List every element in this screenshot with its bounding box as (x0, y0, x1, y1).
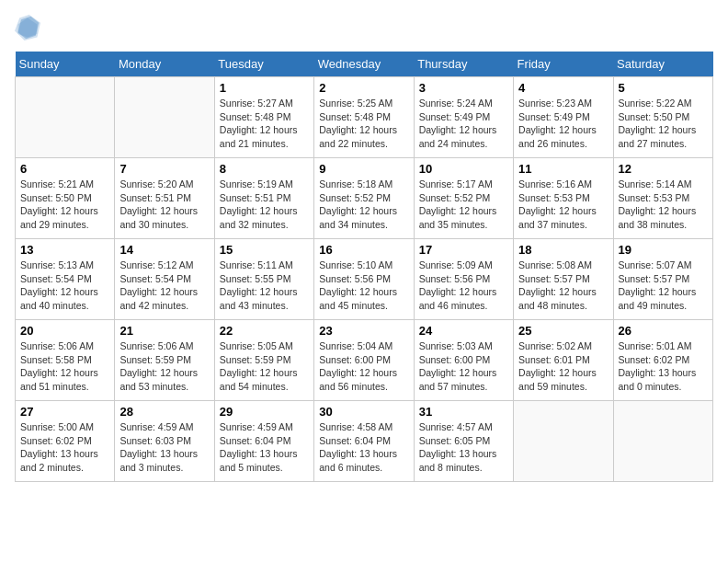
day-info: Sunrise: 5:20 AMSunset: 5:51 PMDaylight:… (119, 178, 209, 232)
day-number: 22 (220, 324, 309, 338)
day-number: 19 (619, 243, 708, 257)
day-number: 30 (319, 405, 408, 419)
day-info: Sunrise: 5:21 AMSunset: 5:50 PMDaylight:… (20, 178, 109, 232)
svg-marker-2 (15, 15, 40, 40)
calendar-cell: 22Sunrise: 5:05 AMSunset: 5:59 PMDayligh… (214, 320, 313, 401)
day-number: 21 (119, 324, 209, 338)
day-number: 7 (119, 162, 209, 176)
day-info: Sunrise: 5:05 AMSunset: 5:59 PMDaylight:… (220, 339, 309, 394)
calendar-cell: 11Sunrise: 5:16 AMSunset: 5:53 PMDayligh… (514, 158, 613, 239)
day-number: 2 (319, 81, 408, 95)
weekday-header-tuesday: Tuesday (214, 52, 313, 77)
day-info: Sunrise: 5:00 AMSunset: 6:02 PMDaylight:… (20, 420, 109, 475)
calendar-cell: 6Sunrise: 5:21 AMSunset: 5:50 PMDaylight… (16, 158, 115, 239)
day-info: Sunrise: 5:13 AMSunset: 5:54 PMDaylight:… (20, 259, 109, 313)
calendar-cell: 9Sunrise: 5:18 AMSunset: 5:52 PMDaylight… (314, 158, 414, 239)
day-info: Sunrise: 5:07 AMSunset: 5:57 PMDaylight:… (619, 259, 708, 313)
calendar-cell: 23Sunrise: 5:04 AMSunset: 6:00 PMDayligh… (314, 320, 414, 401)
calendar-cell: 5Sunrise: 5:22 AMSunset: 5:50 PMDaylight… (613, 77, 712, 158)
day-info: Sunrise: 5:06 AMSunset: 5:58 PMDaylight:… (20, 339, 109, 394)
day-info: Sunrise: 5:22 AMSunset: 5:50 PMDaylight:… (619, 97, 708, 151)
calendar-week-2: 6Sunrise: 5:21 AMSunset: 5:50 PMDaylight… (16, 158, 713, 239)
calendar-cell: 16Sunrise: 5:10 AMSunset: 5:56 PMDayligh… (314, 239, 414, 320)
day-number: 16 (319, 243, 408, 257)
calendar-cell: 26Sunrise: 5:01 AMSunset: 6:02 PMDayligh… (613, 320, 712, 401)
calendar-cell: 18Sunrise: 5:08 AMSunset: 5:57 PMDayligh… (514, 239, 613, 320)
calendar-cell: 19Sunrise: 5:07 AMSunset: 5:57 PMDayligh… (613, 239, 712, 320)
day-info: Sunrise: 5:02 AMSunset: 6:01 PMDaylight:… (518, 339, 608, 394)
day-info: Sunrise: 5:06 AMSunset: 5:59 PMDaylight:… (119, 339, 209, 394)
day-number: 9 (319, 162, 408, 176)
calendar-cell: 20Sunrise: 5:06 AMSunset: 5:58 PMDayligh… (16, 320, 115, 401)
day-number: 6 (20, 162, 109, 176)
weekday-header-sunday: Sunday (16, 52, 115, 77)
day-info: Sunrise: 5:04 AMSunset: 6:00 PMDaylight:… (319, 339, 408, 394)
calendar-cell: 17Sunrise: 5:09 AMSunset: 5:56 PMDayligh… (414, 239, 513, 320)
day-info: Sunrise: 5:14 AMSunset: 5:53 PMDaylight:… (619, 178, 708, 232)
calendar-cell: 3Sunrise: 5:24 AMSunset: 5:49 PMDaylight… (414, 77, 513, 158)
day-info: Sunrise: 5:25 AMSunset: 5:48 PMDaylight:… (319, 97, 408, 151)
calendar-cell: 1Sunrise: 5:27 AMSunset: 5:48 PMDaylight… (214, 77, 313, 158)
calendar-cell: 8Sunrise: 5:19 AMSunset: 5:51 PMDaylight… (214, 158, 313, 239)
weekday-header-saturday: Saturday (613, 52, 712, 77)
calendar-cell: 21Sunrise: 5:06 AMSunset: 5:59 PMDayligh… (115, 320, 214, 401)
calendar-cell: 27Sunrise: 5:00 AMSunset: 6:02 PMDayligh… (16, 401, 115, 482)
logo-icon (15, 15, 40, 40)
day-info: Sunrise: 5:09 AMSunset: 5:56 PMDaylight:… (419, 259, 508, 313)
day-info: Sunrise: 4:58 AMSunset: 6:04 PMDaylight:… (319, 420, 408, 475)
day-number: 24 (419, 324, 508, 338)
day-info: Sunrise: 5:11 AMSunset: 5:55 PMDaylight:… (220, 259, 309, 313)
day-number: 28 (119, 405, 209, 419)
day-number: 18 (518, 243, 608, 257)
day-number: 27 (20, 405, 109, 419)
day-info: Sunrise: 4:59 AMSunset: 6:03 PMDaylight:… (119, 420, 209, 475)
day-info: Sunrise: 5:18 AMSunset: 5:52 PMDaylight:… (319, 178, 408, 232)
day-info: Sunrise: 5:10 AMSunset: 5:56 PMDaylight:… (319, 259, 408, 313)
day-number: 23 (319, 324, 408, 338)
weekday-header-wednesday: Wednesday (314, 52, 414, 77)
calendar-cell: 30Sunrise: 4:58 AMSunset: 6:04 PMDayligh… (314, 401, 414, 482)
day-info: Sunrise: 4:57 AMSunset: 6:05 PMDaylight:… (419, 420, 508, 475)
calendar-week-1: 1Sunrise: 5:27 AMSunset: 5:48 PMDaylight… (16, 77, 713, 158)
calendar-cell: 29Sunrise: 4:59 AMSunset: 6:04 PMDayligh… (214, 401, 313, 482)
day-number: 17 (419, 243, 508, 257)
day-info: Sunrise: 5:23 AMSunset: 5:49 PMDaylight:… (518, 97, 608, 151)
calendar-cell: 7Sunrise: 5:20 AMSunset: 5:51 PMDaylight… (115, 158, 214, 239)
calendar-cell: 31Sunrise: 4:57 AMSunset: 6:05 PMDayligh… (414, 401, 513, 482)
calendar-cell: 10Sunrise: 5:17 AMSunset: 5:52 PMDayligh… (414, 158, 513, 239)
calendar-cell (16, 77, 115, 158)
calendar-cell: 13Sunrise: 5:13 AMSunset: 5:54 PMDayligh… (16, 239, 115, 320)
day-number: 20 (20, 324, 109, 338)
calendar-cell: 4Sunrise: 5:23 AMSunset: 5:49 PMDaylight… (514, 77, 613, 158)
weekday-header-thursday: Thursday (414, 52, 513, 77)
day-number: 1 (220, 81, 309, 95)
day-info: Sunrise: 5:16 AMSunset: 5:53 PMDaylight:… (518, 178, 608, 232)
day-number: 25 (518, 324, 608, 338)
day-number: 8 (220, 162, 309, 176)
calendar-cell: 12Sunrise: 5:14 AMSunset: 5:53 PMDayligh… (613, 158, 712, 239)
day-info: Sunrise: 4:59 AMSunset: 6:04 PMDaylight:… (220, 420, 309, 475)
logo (15, 15, 44, 40)
calendar-table: SundayMondayTuesdayWednesdayThursdayFrid… (15, 52, 713, 482)
day-number: 3 (419, 81, 508, 95)
day-number: 13 (20, 243, 109, 257)
day-info: Sunrise: 5:19 AMSunset: 5:51 PMDaylight:… (220, 178, 309, 232)
day-number: 10 (419, 162, 508, 176)
calendar-week-5: 27Sunrise: 5:00 AMSunset: 6:02 PMDayligh… (16, 401, 713, 482)
calendar-cell (514, 401, 613, 482)
calendar-cell: 24Sunrise: 5:03 AMSunset: 6:00 PMDayligh… (414, 320, 513, 401)
day-number: 31 (419, 405, 508, 419)
day-info: Sunrise: 5:27 AMSunset: 5:48 PMDaylight:… (220, 97, 309, 151)
calendar-cell (115, 77, 214, 158)
calendar-cell: 28Sunrise: 4:59 AMSunset: 6:03 PMDayligh… (115, 401, 214, 482)
calendar-week-3: 13Sunrise: 5:13 AMSunset: 5:54 PMDayligh… (16, 239, 713, 320)
day-info: Sunrise: 5:03 AMSunset: 6:00 PMDaylight:… (419, 339, 508, 394)
day-number: 26 (619, 324, 708, 338)
weekday-header-monday: Monday (115, 52, 214, 77)
page-header (15, 15, 713, 40)
calendar-cell: 14Sunrise: 5:12 AMSunset: 5:54 PMDayligh… (115, 239, 214, 320)
day-number: 12 (619, 162, 708, 176)
day-info: Sunrise: 5:17 AMSunset: 5:52 PMDaylight:… (419, 178, 508, 232)
day-info: Sunrise: 5:08 AMSunset: 5:57 PMDaylight:… (518, 259, 608, 313)
day-info: Sunrise: 5:01 AMSunset: 6:02 PMDaylight:… (619, 339, 708, 394)
